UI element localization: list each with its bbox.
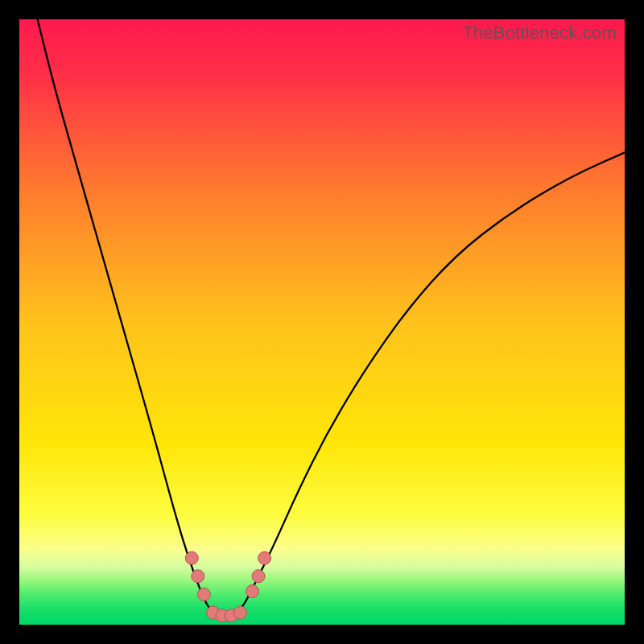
chart-svg (19, 19, 625, 625)
data-marker (246, 585, 259, 598)
data-marker (258, 551, 271, 564)
data-marker (185, 551, 198, 564)
watermark-text: TheBottleneck.com (462, 23, 617, 43)
data-marker (234, 606, 247, 619)
data-marker (192, 570, 204, 583)
chart-frame: TheBottleneck.com (19, 19, 625, 625)
data-marker (197, 588, 210, 601)
data-marker (252, 570, 265, 583)
gradient-background (19, 19, 625, 625)
